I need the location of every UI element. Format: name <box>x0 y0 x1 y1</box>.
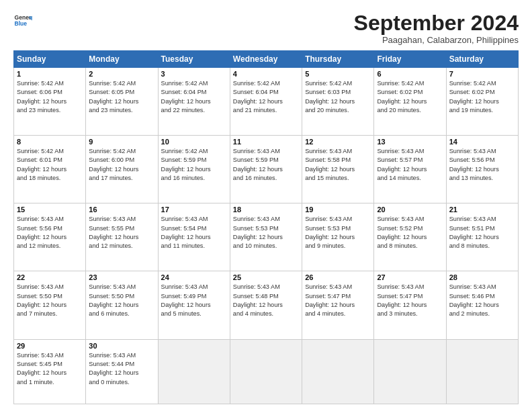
day-cell: 24 Sunrise: 5:43 AMSunset: 5:49 PMDaylig… <box>158 271 230 339</box>
day-info: Sunrise: 5:43 AMSunset: 5:47 PMDaylight:… <box>305 283 371 318</box>
day-cell: 25 Sunrise: 5:43 AMSunset: 5:48 PMDaylig… <box>230 271 302 339</box>
day-number: 10 <box>161 138 227 146</box>
day-info: Sunrise: 5:43 AMSunset: 5:53 PMDaylight:… <box>305 215 371 250</box>
day-cell: 10 Sunrise: 5:42 AMSunset: 5:59 PMDaylig… <box>158 136 230 203</box>
day-number: 9 <box>89 138 154 146</box>
header: General Blue September 2024 Paagahan, Ca… <box>13 12 519 45</box>
page: General Blue September 2024 Paagahan, Ca… <box>0 0 532 411</box>
day-cell: 26 Sunrise: 5:43 AMSunset: 5:47 PMDaylig… <box>302 271 374 339</box>
day-info: Sunrise: 5:43 AMSunset: 5:47 PMDaylight:… <box>377 283 443 318</box>
col-thursday: Thursday <box>302 51 374 68</box>
svg-text:Blue: Blue <box>15 20 28 27</box>
day-cell: 14 Sunrise: 5:43 AMSunset: 5:56 PMDaylig… <box>446 136 518 203</box>
col-wednesday: Wednesday <box>230 51 302 68</box>
day-cell: 3 Sunrise: 5:42 AMSunset: 6:04 PMDayligh… <box>158 68 230 136</box>
day-number: 24 <box>161 273 227 281</box>
day-cell: 16 Sunrise: 5:43 AMSunset: 5:55 PMDaylig… <box>86 203 158 271</box>
empty-cell <box>158 339 230 404</box>
day-number: 13 <box>377 138 443 146</box>
day-cell: 29 Sunrise: 5:43 AMSunset: 5:45 PMDaylig… <box>14 339 86 404</box>
day-cell: 13 Sunrise: 5:43 AMSunset: 5:57 PMDaylig… <box>374 136 446 203</box>
title-block: September 2024 Paagahan, Calabarzon, Phi… <box>354 12 519 45</box>
day-info: Sunrise: 5:43 AMSunset: 5:48 PMDaylight:… <box>233 283 299 318</box>
day-cell: 2 Sunrise: 5:42 AMSunset: 6:05 PMDayligh… <box>86 68 158 136</box>
month-title: September 2024 <box>354 12 519 34</box>
day-info: Sunrise: 5:43 AMSunset: 5:46 PMDaylight:… <box>449 283 515 318</box>
day-number: 26 <box>305 273 371 281</box>
day-info: Sunrise: 5:42 AMSunset: 6:00 PMDaylight:… <box>89 147 154 183</box>
col-monday: Monday <box>86 51 158 68</box>
day-info: Sunrise: 5:42 AMSunset: 6:01 PMDaylight:… <box>17 147 83 183</box>
day-info: Sunrise: 5:43 AMSunset: 5:50 PMDaylight:… <box>17 283 83 318</box>
empty-cell <box>230 339 302 404</box>
day-info: Sunrise: 5:43 AMSunset: 5:59 PMDaylight:… <box>233 147 299 183</box>
day-info: Sunrise: 5:43 AMSunset: 5:58 PMDaylight:… <box>305 147 371 183</box>
day-info: Sunrise: 5:42 AMSunset: 6:04 PMDaylight:… <box>161 79 227 115</box>
day-info: Sunrise: 5:42 AMSunset: 6:06 PMDaylight:… <box>17 79 83 115</box>
day-cell: 18 Sunrise: 5:43 AMSunset: 5:53 PMDaylig… <box>230 203 302 271</box>
calendar-header-row: Sunday Monday Tuesday Wednesday Thursday… <box>14 51 519 68</box>
day-cell: 12 Sunrise: 5:43 AMSunset: 5:58 PMDaylig… <box>302 136 374 203</box>
day-number: 28 <box>449 273 515 281</box>
day-cell: 21 Sunrise: 5:43 AMSunset: 5:51 PMDaylig… <box>446 203 518 271</box>
logo: General Blue <box>13 12 32 31</box>
day-number: 18 <box>233 205 299 214</box>
day-cell: 17 Sunrise: 5:43 AMSunset: 5:54 PMDaylig… <box>158 203 230 271</box>
day-info: Sunrise: 5:42 AMSunset: 6:05 PMDaylight:… <box>89 79 154 115</box>
day-info: Sunrise: 5:43 AMSunset: 5:53 PMDaylight:… <box>233 215 299 250</box>
day-cell: 6 Sunrise: 5:42 AMSunset: 6:02 PMDayligh… <box>374 68 446 136</box>
day-cell: 7 Sunrise: 5:42 AMSunset: 6:02 PMDayligh… <box>446 68 518 136</box>
day-number: 27 <box>377 273 443 281</box>
col-friday: Friday <box>374 51 446 68</box>
day-info: Sunrise: 5:42 AMSunset: 6:02 PMDaylight:… <box>377 79 443 115</box>
day-cell: 20 Sunrise: 5:43 AMSunset: 5:52 PMDaylig… <box>374 203 446 271</box>
day-number: 2 <box>89 70 154 78</box>
day-cell: 5 Sunrise: 5:42 AMSunset: 6:03 PMDayligh… <box>302 68 374 136</box>
day-info: Sunrise: 5:43 AMSunset: 5:54 PMDaylight:… <box>161 215 227 250</box>
day-number: 8 <box>17 138 83 146</box>
day-number: 15 <box>17 205 83 214</box>
col-tuesday: Tuesday <box>158 51 230 68</box>
day-number: 20 <box>377 205 443 214</box>
day-number: 22 <box>17 273 83 281</box>
day-cell: 28 Sunrise: 5:43 AMSunset: 5:46 PMDaylig… <box>446 271 518 339</box>
empty-cell <box>302 339 374 404</box>
logo-icon: General Blue <box>13 12 32 31</box>
day-number: 12 <box>305 138 371 146</box>
location: Paagahan, Calabarzon, Philippines <box>354 35 519 45</box>
day-cell: 8 Sunrise: 5:42 AMSunset: 6:01 PMDayligh… <box>14 136 86 203</box>
day-cell: 15 Sunrise: 5:43 AMSunset: 5:56 PMDaylig… <box>14 203 86 271</box>
calendar-row: 22 Sunrise: 5:43 AMSunset: 5:50 PMDaylig… <box>14 271 519 339</box>
day-number: 29 <box>17 342 83 350</box>
day-number: 3 <box>161 70 227 78</box>
day-number: 4 <box>233 70 299 78</box>
day-info: Sunrise: 5:43 AMSunset: 5:57 PMDaylight:… <box>377 147 443 183</box>
day-cell: 11 Sunrise: 5:43 AMSunset: 5:59 PMDaylig… <box>230 136 302 203</box>
day-cell: 30 Sunrise: 5:43 AMSunset: 5:44 PMDaylig… <box>86 339 158 404</box>
day-number: 30 <box>89 342 154 350</box>
day-number: 17 <box>161 205 227 214</box>
day-info: Sunrise: 5:43 AMSunset: 5:45 PMDaylight:… <box>17 351 83 387</box>
day-number: 19 <box>305 205 371 214</box>
calendar-row: 29 Sunrise: 5:43 AMSunset: 5:45 PMDaylig… <box>14 339 519 404</box>
day-info: Sunrise: 5:43 AMSunset: 5:50 PMDaylight:… <box>89 283 154 318</box>
day-cell: 1 Sunrise: 5:42 AMSunset: 6:06 PMDayligh… <box>14 68 86 136</box>
day-info: Sunrise: 5:43 AMSunset: 5:49 PMDaylight:… <box>161 283 227 318</box>
day-number: 16 <box>89 205 154 214</box>
day-info: Sunrise: 5:42 AMSunset: 5:59 PMDaylight:… <box>161 147 227 183</box>
empty-cell <box>374 339 446 404</box>
empty-cell <box>446 339 518 404</box>
day-number: 11 <box>233 138 299 146</box>
day-info: Sunrise: 5:43 AMSunset: 5:52 PMDaylight:… <box>377 215 443 250</box>
day-cell: 27 Sunrise: 5:43 AMSunset: 5:47 PMDaylig… <box>374 271 446 339</box>
day-info: Sunrise: 5:43 AMSunset: 5:56 PMDaylight:… <box>449 147 515 183</box>
day-info: Sunrise: 5:42 AMSunset: 6:02 PMDaylight:… <box>449 79 515 115</box>
day-number: 21 <box>449 205 515 214</box>
day-number: 1 <box>17 70 83 78</box>
col-saturday: Saturday <box>446 51 518 68</box>
col-sunday: Sunday <box>14 51 86 68</box>
day-info: Sunrise: 5:43 AMSunset: 5:44 PMDaylight:… <box>89 351 154 387</box>
day-cell: 19 Sunrise: 5:43 AMSunset: 5:53 PMDaylig… <box>302 203 374 271</box>
calendar-table: Sunday Monday Tuesday Wednesday Thursday… <box>13 50 519 404</box>
day-number: 7 <box>449 70 515 78</box>
